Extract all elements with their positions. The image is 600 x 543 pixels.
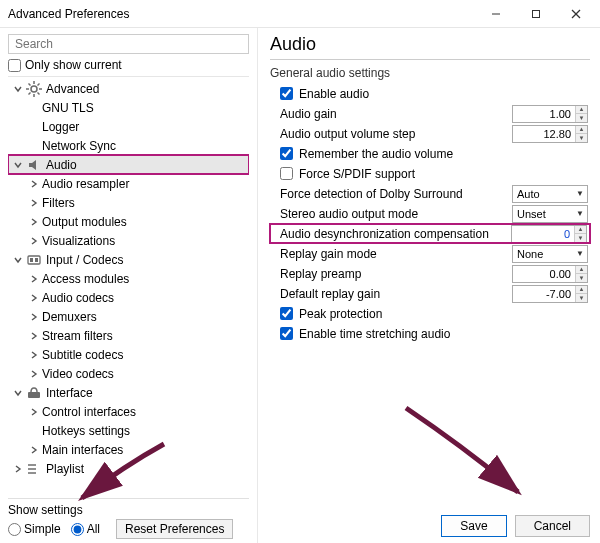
spin-up-icon[interactable]: ▲ <box>576 286 587 295</box>
tree-item[interactable]: Visualizations <box>8 231 249 250</box>
tree-item-label: Logger <box>42 120 79 134</box>
tree-item-label: Video codecs <box>42 367 114 381</box>
search-input[interactable] <box>8 34 249 54</box>
tree-item-label: Audio <box>46 158 77 172</box>
only-show-current[interactable]: Only show current <box>8 58 249 72</box>
cancel-button[interactable]: Cancel <box>515 515 590 537</box>
chevron-down-icon[interactable] <box>12 254 24 266</box>
spin-down-icon[interactable]: ▼ <box>576 274 587 282</box>
setting-row: Replay gain modeNone▼ <box>270 244 590 263</box>
setting-checkbox[interactable] <box>280 87 293 100</box>
radio-simple-input[interactable] <box>8 523 21 536</box>
chevron-right-icon[interactable] <box>28 368 40 380</box>
setting-combobox[interactable]: Unset▼ <box>512 205 588 223</box>
setting-spinbox[interactable]: 0▲▼ <box>511 225 587 243</box>
chevron-right-icon[interactable] <box>28 273 40 285</box>
tree-item[interactable]: Playlist <box>8 459 249 478</box>
spin-up-icon[interactable]: ▲ <box>576 126 587 135</box>
spin-down-icon[interactable]: ▼ <box>576 294 587 302</box>
svg-line-9 <box>29 83 31 85</box>
tree-item[interactable]: Hotkeys settings <box>8 421 249 440</box>
svg-rect-14 <box>30 258 33 262</box>
maximize-button[interactable] <box>516 0 556 28</box>
tree-item[interactable]: Interface <box>8 383 249 402</box>
minimize-button[interactable] <box>476 0 516 28</box>
tree-item[interactable]: Audio <box>8 155 249 174</box>
tree-item[interactable]: Video codecs <box>8 364 249 383</box>
tree-item-label: Audio codecs <box>42 291 114 305</box>
chevron-right-icon[interactable] <box>28 292 40 304</box>
setting-spinbox[interactable]: 12.80▲▼ <box>512 125 588 143</box>
setting-checkbox[interactable] <box>280 327 293 340</box>
tree-item[interactable]: Advanced <box>8 79 249 98</box>
tree-item[interactable]: Subtitle codecs <box>8 345 249 364</box>
reset-preferences-button[interactable]: Reset Preferences <box>116 519 233 539</box>
radio-simple[interactable]: Simple <box>8 522 61 536</box>
chevron-down-icon: ▼ <box>573 209 587 218</box>
setting-row: Stereo audio output modeUnset▼ <box>270 204 590 223</box>
chevron-right-icon[interactable] <box>28 235 40 247</box>
setting-row: Audio output volume step12.80▲▼ <box>270 124 590 143</box>
chevron-right-icon[interactable] <box>28 349 40 361</box>
tree-item[interactable]: GNU TLS <box>8 98 249 117</box>
svg-line-11 <box>29 92 31 94</box>
radio-all[interactable]: All <box>71 522 100 536</box>
codec-icon <box>26 252 42 268</box>
tree-item[interactable]: Input / Codecs <box>8 250 249 269</box>
setting-spinbox[interactable]: -7.00▲▼ <box>512 285 588 303</box>
tree-item[interactable]: Demuxers <box>8 307 249 326</box>
save-button[interactable]: Save <box>441 515 506 537</box>
tree-item[interactable]: Network Sync <box>8 136 249 155</box>
play-icon <box>26 461 42 477</box>
setting-label: Enable time stretching audio <box>299 327 450 341</box>
tree-item[interactable]: Output modules <box>8 212 249 231</box>
chevron-down-icon[interactable] <box>12 159 24 171</box>
radio-all-input[interactable] <box>71 523 84 536</box>
setting-combobox[interactable]: Auto▼ <box>512 185 588 203</box>
only-show-current-checkbox[interactable] <box>8 59 21 72</box>
tree-item[interactable]: Main interfaces <box>8 440 249 459</box>
spin-down-icon[interactable]: ▼ <box>576 114 587 122</box>
setting-row: Audio gain1.00▲▼ <box>270 104 590 123</box>
settings-list: Enable audioAudio gain1.00▲▼Audio output… <box>270 84 590 343</box>
svg-line-10 <box>38 92 40 94</box>
chevron-right-icon[interactable] <box>28 330 40 342</box>
setting-spinbox[interactable]: 0.00▲▼ <box>512 265 588 283</box>
chevron-right-icon[interactable] <box>12 463 24 475</box>
tree-item[interactable]: Control interfaces <box>8 402 249 421</box>
setting-spinbox[interactable]: 1.00▲▼ <box>512 105 588 123</box>
setting-checkbox[interactable] <box>280 307 293 320</box>
tree-item[interactable]: Stream filters <box>8 326 249 345</box>
close-button[interactable] <box>556 0 596 28</box>
chevron-right-icon[interactable] <box>28 311 40 323</box>
setting-checkbox[interactable] <box>280 167 293 180</box>
tree-item-label: Network Sync <box>42 139 116 153</box>
chevron-right-icon[interactable] <box>28 216 40 228</box>
iface-icon <box>26 385 42 401</box>
tree-item[interactable]: Access modules <box>8 269 249 288</box>
spin-up-icon[interactable]: ▲ <box>576 106 587 115</box>
tree-item[interactable]: Filters <box>8 193 249 212</box>
tree-item-label: Playlist <box>46 462 84 476</box>
spin-down-icon[interactable]: ▼ <box>575 234 586 242</box>
tree-item[interactable]: Audio codecs <box>8 288 249 307</box>
setting-row: Replay preamp0.00▲▼ <box>270 264 590 283</box>
chevron-right-icon[interactable] <box>28 197 40 209</box>
tree-item[interactable]: Audio resampler <box>8 174 249 193</box>
setting-label: Default replay gain <box>280 287 380 301</box>
spin-down-icon[interactable]: ▼ <box>576 134 587 142</box>
setting-combobox[interactable]: None▼ <box>512 245 588 263</box>
chevron-right-icon[interactable] <box>28 444 40 456</box>
setting-checkbox[interactable] <box>280 147 293 160</box>
chevron-right-icon[interactable] <box>28 178 40 190</box>
titlebar: Advanced Preferences <box>0 0 600 28</box>
preferences-tree[interactable]: AdvancedGNU TLSLoggerNetwork SyncAudioAu… <box>8 76 249 498</box>
chevron-down-icon[interactable] <box>12 387 24 399</box>
spin-up-icon[interactable]: ▲ <box>576 266 587 275</box>
chevron-right-icon[interactable] <box>28 406 40 418</box>
settings-panel: Audio General audio settings Enable audi… <box>258 28 600 543</box>
setting-label: Remember the audio volume <box>299 147 453 161</box>
chevron-down-icon[interactable] <box>12 83 24 95</box>
tree-item[interactable]: Logger <box>8 117 249 136</box>
spin-up-icon[interactable]: ▲ <box>575 226 586 235</box>
